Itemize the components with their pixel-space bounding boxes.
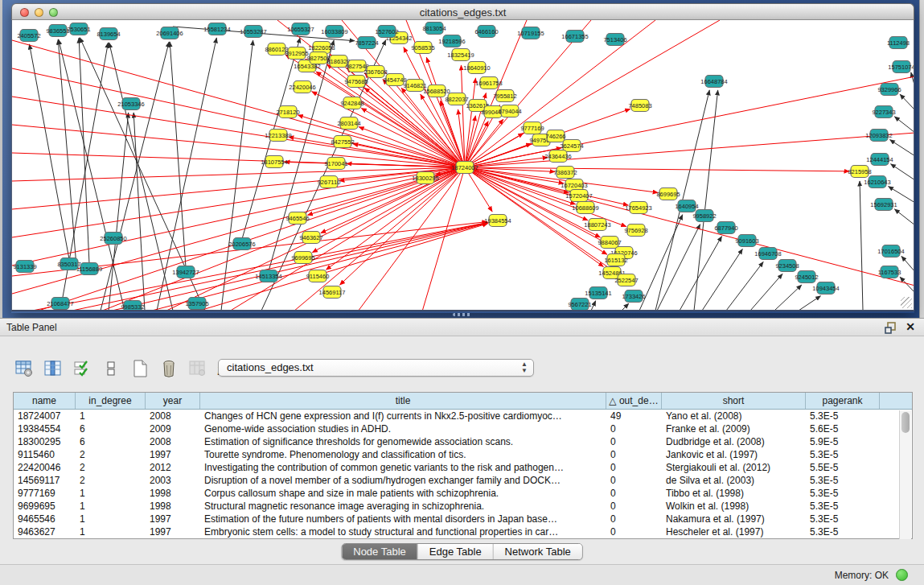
graph-node[interactable]: 8139654 — [97, 28, 120, 40]
vertical-scrollbar[interactable] — [899, 410, 911, 539]
row-height-icon[interactable] — [100, 357, 122, 380]
show-selected-columns-icon[interactable] — [42, 357, 64, 380]
graph-node[interactable]: 1357905 — [185, 298, 208, 310]
graph-node[interactable]: 9567221 — [568, 299, 591, 311]
graph-node[interactable]: 9227343 — [872, 106, 895, 118]
graph-node[interactable]: 24364436 — [544, 150, 571, 163]
graph-node[interactable]: 10719155 — [517, 27, 544, 39]
graph-node[interactable]: 10655327 — [287, 23, 314, 35]
graph-node[interactable]: 14513354 — [255, 270, 281, 282]
graph-node[interactable]: 8215958 — [848, 166, 871, 178]
graph-node[interactable]: 8813054 — [422, 23, 446, 35]
table-row[interactable]: 911546021997Tourette syndrome. Phenomeno… — [14, 448, 912, 461]
graph-node[interactable]: 6877940 — [714, 222, 737, 234]
graph-node[interactable]: 18640910 — [463, 62, 490, 74]
graph-node[interactable]: 9242848 — [340, 97, 363, 109]
graph-node[interactable]: 16648784 — [700, 76, 727, 88]
graph-node[interactable]: 15692931 — [870, 199, 897, 211]
graph-node[interactable]: 9329966 — [877, 84, 901, 96]
graph-node[interactable]: 10943454 — [812, 282, 839, 295]
delete-table-icon[interactable] — [158, 357, 180, 380]
column-header-title[interactable]: title — [200, 393, 606, 409]
tab-edge-table[interactable]: Edge Table — [418, 544, 494, 559]
graph-node[interactable]: 9699695 — [291, 252, 314, 264]
graph-node[interactable]: 2718120 — [276, 106, 299, 118]
graph-node[interactable]: 1112498 — [887, 37, 910, 49]
graph-node[interactable]: 25260850 — [100, 233, 126, 245]
graph-node[interactable]: 16946708 — [754, 248, 781, 260]
window-titlebar[interactable]: citations_edges.txt — [11, 3, 914, 20]
column-header-pagerank[interactable]: pagerank — [806, 393, 880, 409]
graph-node[interactable]: 9958922 — [692, 210, 716, 222]
memory-status-indicator[interactable] — [896, 569, 908, 581]
graph-node[interactable]: 1167533 — [878, 266, 901, 278]
network-canvas[interactable]: 8860123891295518226058165433829827508818… — [11, 20, 914, 311]
graph-node[interactable]: 746266 — [545, 130, 565, 142]
graph-node[interactable]: 21053346 — [117, 98, 144, 110]
table-row[interactable]: 1456911722003Disruption of a novel membe… — [14, 474, 912, 487]
graph-node[interactable]: 18325419 — [447, 49, 474, 61]
select-all-rows-icon[interactable] — [71, 357, 93, 380]
column-header-short[interactable]: short — [662, 393, 806, 409]
graph-node[interactable]: 7857224 — [355, 37, 378, 49]
graph-node[interactable]: 9058535 — [411, 42, 434, 54]
graph-node[interactable]: 8350317 — [57, 258, 80, 270]
graph-node[interactable]: 1615132 — [604, 254, 627, 266]
graph-node[interactable]: 1733426 — [622, 290, 645, 303]
graph-node[interactable]: 9131339 — [13, 261, 36, 273]
graph-node[interactable]: 9234508 — [775, 260, 799, 272]
graph-node[interactable]: 15581234 — [203, 23, 230, 35]
graph-node[interactable]: 15751074 — [888, 61, 914, 73]
graph-node[interactable]: 9115460 — [306, 270, 330, 282]
graph-node[interactable]: 7955812 — [493, 90, 516, 102]
graph-node[interactable]: 7485083 — [628, 100, 651, 112]
graph-node[interactable]: 14569117 — [319, 286, 346, 299]
table-row[interactable]: 977716911998Corpus callosum shape and si… — [14, 487, 912, 500]
graph-node[interactable]: 19384554 — [484, 215, 511, 227]
graph-node[interactable]: 8427552 — [331, 136, 354, 148]
scrollbar-thumb[interactable] — [901, 412, 910, 433]
window-resize-grip[interactable] — [901, 297, 912, 308]
create-table-icon[interactable] — [129, 357, 151, 380]
graph-node[interactable]: 2405572 — [17, 30, 40, 42]
graph-node[interactable]: 15135141 — [585, 287, 611, 299]
tab-network-table[interactable]: Network Table — [494, 544, 582, 559]
graph-node[interactable]: 9836551 — [46, 25, 69, 37]
show-table-options-icon[interactable] — [13, 357, 35, 380]
graph-node[interactable]: 6794044 — [498, 105, 521, 117]
graph-node[interactable]: 8912955 — [285, 47, 308, 60]
graph-node[interactable]: 16210643 — [864, 176, 890, 188]
graph-node[interactable]: 13942727 — [172, 266, 199, 278]
graph-node[interactable]: 9475685 — [344, 76, 368, 88]
table-row[interactable]: 2242004622012Investigating the contribut… — [14, 461, 912, 474]
graph-node[interactable]: 20691406 — [156, 27, 183, 39]
tab-node-table[interactable]: Node Table — [342, 544, 418, 559]
graph-node[interactable]: 16671355 — [561, 31, 588, 43]
table-row[interactable]: 969969511998Structural magnetic resonanc… — [14, 500, 912, 513]
graph-node[interactable]: 9756928 — [624, 225, 647, 237]
graph-node[interactable]: 22420046 — [289, 81, 315, 93]
graph-node[interactable]: 2803144 — [337, 117, 360, 130]
splitpane-drag-handle[interactable] — [453, 313, 472, 316]
graph-node[interactable]: 2522547 — [614, 274, 638, 286]
graph-node[interactable]: 6466160 — [474, 26, 498, 38]
graph-node[interactable]: 9985332 — [121, 301, 144, 312]
table-row[interactable]: 946362711997Embryonic stem cells: a mode… — [14, 525, 912, 538]
graph-node[interactable]: 16033809 — [321, 26, 347, 38]
graph-node[interactable]: 2530651 — [67, 23, 90, 35]
graph-node[interactable]: 19218596 — [438, 35, 465, 47]
column-header-out_de[interactable]: △ out_de… — [606, 393, 662, 409]
graph-node[interactable]: 10553287 — [240, 26, 266, 38]
network-table-selector[interactable]: citations_edges.txt ▲▼ — [218, 359, 534, 377]
graph-node[interactable]: 1527602 — [375, 26, 398, 38]
graph-node[interactable]: 7386372 — [553, 167, 577, 179]
graph-node[interactable]: 9465546 — [285, 212, 309, 225]
close-panel-icon[interactable]: ✕ — [906, 320, 915, 333]
graph-node[interactable]: 20206576 — [228, 238, 255, 250]
graph-node[interactable]: 9463627 — [299, 232, 322, 244]
column-header-in_degree[interactable]: in_degree — [76, 393, 146, 409]
graph-node[interactable]: 21068477 — [47, 298, 73, 310]
graph-node[interactable]: 9091603 — [735, 235, 758, 247]
graph-node[interactable]: 18107554 — [261, 156, 287, 168]
table-row[interactable]: 1938455462009Genome-wide association stu… — [14, 422, 912, 435]
